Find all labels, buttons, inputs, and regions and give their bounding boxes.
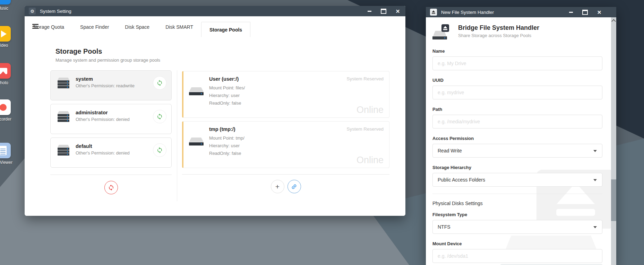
filesystem-type-select[interactable]: NTFS [432, 220, 602, 234]
chevron-down-icon [593, 150, 597, 152]
music-app-icon[interactable] [0, 0, 11, 5]
video-app-icon[interactable] [0, 26, 11, 42]
eject-icon [430, 9, 437, 16]
drive-icon [189, 87, 204, 95]
storage-hierarchy-label: Storage Hierarchy [432, 165, 602, 170]
filesystem-type-label: Filesystem Type [432, 212, 602, 217]
fileviewer-app-icon[interactable] [0, 143, 11, 158]
filesystem-card-user[interactable]: User (user:/) System Reserved Mount Poin… [182, 71, 389, 118]
mount-point-text: Mount Point: tmp/ [209, 135, 244, 141]
storage-hierarchy-select[interactable]: Public Access Folders [432, 173, 602, 187]
link-filesystem-button[interactable] [287, 180, 301, 193]
system-reserved-badge: System Reserved [346, 76, 384, 81]
settings-tabbar: Storage Quota Space Finder Disk Space Di… [25, 16, 405, 37]
desktop: Music Video Photo Recorder FileViewer ⚙ … [0, 0, 644, 265]
video-app-label: Video [0, 43, 17, 48]
handler-titlebar[interactable]: New File System Handler ✕ [426, 7, 616, 17]
pool-refresh-button[interactable] [153, 76, 166, 90]
new-file-system-handler-window: New File System Handler ✕ [426, 7, 616, 265]
photo-app-icon[interactable] [0, 63, 11, 79]
pool-card-system[interactable]: system Other's Permission: readwrite [50, 70, 172, 100]
pool-permission: Other's Permission: denied [76, 150, 153, 156]
minimize-button[interactable] [364, 7, 374, 15]
nas-icon [58, 111, 69, 122]
gear-icon: ⚙ [29, 8, 36, 15]
mount-device-label: Mount Device [432, 241, 602, 246]
tab-space-finder[interactable]: Space Finder [72, 17, 117, 37]
pool-refresh-button[interactable] [153, 143, 166, 157]
pool-refresh-button[interactable] [153, 110, 166, 123]
path-input[interactable] [432, 115, 602, 129]
filesystem-title: tmp (tmp:/) [209, 126, 235, 132]
close-icon: ✕ [597, 10, 602, 15]
pool-card-administrator[interactable]: administrator Other's Permission: denied [50, 104, 172, 134]
recorder-app-icon[interactable] [0, 99, 11, 115]
pool-list: system Other's Permission: readwrite adm… [50, 70, 172, 194]
minimize-icon [569, 12, 573, 13]
photo-app-label: Photo [0, 81, 17, 85]
pool-name: administrator [76, 110, 153, 115]
access-permission-label: Access Permission [432, 136, 602, 141]
access-permission-select[interactable]: Read Write [432, 144, 602, 158]
pool-permission: Other's Permission: readwrite [76, 83, 153, 88]
filesystem-list: User (user:/) System Reserved Mount Poin… [182, 71, 389, 193]
storage-pools-panel: Storage Pools Manage system and permissi… [25, 37, 405, 216]
system-setting-titlebar[interactable]: ⚙ System Setting ✕ [25, 6, 405, 16]
close-button[interactable]: ✕ [594, 8, 604, 16]
maximize-button[interactable] [379, 7, 388, 15]
system-reserved-badge: System Reserved [346, 126, 384, 132]
page-title: Storage Pools [55, 47, 160, 55]
pool-name: system [76, 76, 153, 82]
tab-disk-smart[interactable]: Disk SMART [157, 17, 201, 37]
uuid-input[interactable] [432, 86, 602, 99]
pool-name: default [76, 143, 153, 149]
tab-storage-quota[interactable]: Storage Quota [25, 17, 72, 37]
refresh-pools-button[interactable] [104, 181, 118, 194]
hierarchy-text: Hierarchy: user [209, 143, 240, 148]
handler-form-panel: Bridge File System Handler Share Storage… [426, 17, 616, 265]
handler-subtitle: Share Storage across Storage Pools [458, 33, 539, 38]
hierarchy-text: Hierarchy: user [209, 93, 240, 98]
divider [50, 175, 172, 175]
name-label: Name [432, 48, 602, 54]
close-icon: ✕ [396, 9, 400, 14]
play-icon [1, 30, 7, 37]
chevron-down-icon [593, 226, 597, 228]
filesystem-card-tmp[interactable]: tmp (tmp:/) System Reserved Mount Point:… [182, 121, 389, 168]
tab-storage-pools[interactable]: Storage Pools [201, 22, 250, 37]
mount-point-text: Mount Point: files/ [209, 85, 245, 90]
access-permission-value: Read Write [438, 148, 462, 153]
name-input[interactable] [432, 56, 602, 70]
readonly-text: ReadOnly: false [209, 100, 241, 106]
close-button[interactable]: ✕ [393, 7, 403, 15]
nas-icon [58, 78, 69, 88]
plus-icon: + [275, 183, 280, 191]
sync-icon [156, 147, 163, 153]
divider [182, 174, 389, 175]
divider [177, 70, 177, 201]
filesystem-type-value: NTFS [438, 224, 450, 230]
divider [432, 194, 602, 194]
physical-disks-section-title: Physical Disks Settings [432, 201, 602, 206]
menu-button[interactable] [32, 24, 38, 30]
scrollbar[interactable] [611, 17, 616, 265]
mount-device-input[interactable] [432, 249, 602, 263]
scroll-up-icon [611, 19, 616, 24]
record-dot-icon [0, 104, 7, 111]
bridge-drive-icon [432, 24, 450, 39]
pool-permission: Other's Permission: denied [76, 117, 153, 122]
minimize-button[interactable] [566, 8, 576, 16]
sync-icon [156, 113, 163, 120]
tab-disk-space[interactable]: Disk Space [117, 17, 157, 37]
uuid-label: UUID [432, 78, 602, 83]
document-icon [0, 146, 7, 155]
readonly-text: ReadOnly: false [209, 151, 241, 156]
add-filesystem-button[interactable]: + [271, 180, 284, 193]
pool-card-default[interactable]: default Other's Permission: denied [50, 138, 172, 168]
maximize-icon [582, 10, 588, 15]
window-title: System Setting [40, 9, 360, 14]
maximize-button[interactable] [580, 8, 590, 16]
photo-glyph-icon [0, 68, 7, 74]
scrollbar-thumb[interactable] [611, 179, 616, 221]
filesystem-title: User (user:/) [209, 76, 239, 82]
